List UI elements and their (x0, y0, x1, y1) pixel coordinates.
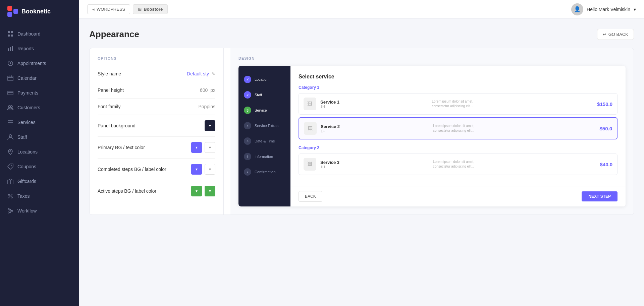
service-3-thumb: 🖼 (304, 158, 316, 171)
user-chevron: ▾ (634, 7, 636, 12)
edit-icon[interactable]: ✎ (212, 71, 215, 76)
svg-point-21 (11, 197, 12, 198)
sidebar-item-dashboard[interactable]: Dashboard (0, 26, 79, 41)
sidebar-item-appointments[interactable]: Appointments (0, 56, 79, 71)
completed-steps-row: Completed steps BG / label color ▾ ▾ (98, 159, 215, 180)
step-info-label: Information (255, 155, 273, 159)
step-staff-circle: ✓ (244, 91, 251, 99)
step-confirmation[interactable]: 7 Confirmation (238, 165, 290, 179)
step-location[interactable]: ✓ Location (238, 72, 290, 86)
svg-rect-12 (8, 91, 13, 95)
sidebar-item-locations[interactable]: Locations (0, 144, 79, 159)
active-steps-text-btn[interactable]: ▾ (205, 186, 215, 196)
preview-next-button[interactable]: NEXT STEP (582, 191, 618, 201)
svg-rect-4 (11, 31, 13, 33)
sidebar-item-workflow-label: Workflow (17, 208, 37, 213)
completed-steps-color-btn[interactable]: ▾ (191, 164, 202, 175)
category-1-label: Category 1 (299, 85, 618, 90)
sidebar-item-services[interactable]: Services (0, 115, 79, 130)
service-3-card[interactable]: 🖼 Service 3 1H Lorem ipsum dolor sit ame… (299, 154, 618, 175)
step-datetime[interactable]: 5 Date & Time (238, 134, 290, 148)
tag-icon (7, 164, 13, 170)
preview-sidebar: ✓ Location ✓ Staff 3 Service 4 (238, 66, 290, 206)
svg-point-16 (10, 150, 11, 152)
svg-rect-8 (10, 47, 11, 51)
gift-icon (7, 178, 13, 184)
panel-height-number: 600 (200, 87, 208, 93)
sidebar-item-calendar-label: Calendar (17, 75, 37, 81)
svg-point-13 (8, 106, 10, 108)
style-name-row: Style name Default sty ✎ (98, 66, 215, 82)
step-service-label: Service (255, 108, 267, 112)
design-panel: DESIGN ✓ Location ✓ Staff 3 (230, 48, 634, 215)
primary-bg-color-btn[interactable]: ▾ (191, 142, 202, 153)
main-area: ◂ WORDPRESS ⊞ Boostore 👤 Hello Mark Velm… (79, 0, 644, 306)
service-1-name: Service 1 (320, 100, 428, 105)
percent-icon (7, 193, 13, 199)
step-datetime-label: Date & Time (255, 139, 275, 143)
boostore-tab[interactable]: ⊞ Boostore (133, 4, 168, 14)
step-confirm-circle: 7 (244, 168, 251, 176)
sidebar-item-appointments-label: Appointments (17, 61, 46, 66)
panel-background-color-btn[interactable]: ▾ (205, 120, 215, 131)
sidebar-item-payments[interactable]: Payments (0, 85, 79, 100)
sidebar-item-workflow[interactable]: Workflow (0, 203, 79, 218)
service-2-name: Service 2 (321, 124, 429, 129)
svg-point-14 (10, 106, 12, 108)
boostore-tab-label: Boostore (144, 7, 163, 12)
sidebar-item-calendar[interactable]: Calendar (0, 71, 79, 85)
service-2-duration: 1H (321, 129, 429, 133)
panel-height-unit: px (210, 87, 215, 93)
font-family-text: Poppins (198, 104, 215, 109)
service-1-price: $150.0 (597, 101, 612, 107)
sidebar-item-customers[interactable]: Customers (0, 100, 79, 115)
completed-steps-text-btn[interactable]: ▾ (205, 164, 215, 175)
step-service-circle: 3 (244, 107, 251, 114)
user-menu[interactable]: 👤 Hello Mark Velmiskin ▾ (571, 3, 636, 15)
preview-main: Select service Category 1 🖼 Service 1 1H (290, 66, 626, 206)
sidebar-item-locations-label: Locations (17, 149, 38, 155)
person-icon (7, 134, 13, 140)
service-2-card[interactable]: 🖼 Service 2 1H Lorem ipsum dolor sit ame… (299, 117, 618, 139)
step-service-extras[interactable]: 4 Service Extras (238, 119, 290, 133)
service-1-card[interactable]: 🖼 Service 1 1H Lorem ipsum dolor sit ame… (299, 93, 618, 115)
style-name-link[interactable]: Default sty (187, 71, 209, 76)
sidebar-item-dashboard-label: Dashboard (17, 31, 41, 37)
primary-text-color-btn[interactable]: ▾ (205, 142, 215, 153)
completed-steps-value: ▾ ▾ (191, 164, 215, 175)
design-section-label: DESIGN (238, 56, 626, 60)
select-service-title: Select service (299, 74, 618, 80)
panel-height-row: Panel height 600 px (98, 82, 215, 99)
step-service[interactable]: 3 Service (238, 103, 290, 117)
wordpress-tab[interactable]: ◂ WORDPRESS (87, 4, 130, 14)
card-icon (7, 90, 13, 96)
step-information[interactable]: 6 Information (238, 149, 290, 164)
sidebar-item-reports[interactable]: Reports (0, 41, 79, 56)
sidebar-item-taxes[interactable]: Taxes (0, 189, 79, 203)
svg-rect-11 (8, 76, 13, 81)
sidebar-item-giftcards[interactable]: Giftcards (0, 174, 79, 189)
active-steps-value: ▾ ▾ (191, 186, 215, 196)
sidebar-item-reports-label: Reports (17, 46, 34, 51)
page-content: Appearance ↩ GO BACK OPTIONS Style name … (79, 19, 644, 306)
svg-rect-2 (13, 9, 18, 14)
design-preview: ✓ Location ✓ Staff 3 Service 4 (238, 66, 626, 206)
sidebar-item-giftcards-label: Giftcards (17, 179, 36, 184)
active-steps-bg-btn[interactable]: ▾ (191, 186, 202, 196)
step-location-label: Location (255, 77, 269, 81)
preview-back-button[interactable]: BACK (299, 191, 322, 202)
sidebar-item-coupons[interactable]: Coupons (0, 159, 79, 174)
font-family-row: Font family Poppins (98, 99, 215, 115)
service-1-desc: Lorem ipsum dolor sit amet,consectetur a… (432, 99, 593, 109)
panel-background-row: Panel background ▾ (98, 115, 215, 137)
step-info-circle: 6 (244, 153, 251, 160)
step-staff[interactable]: ✓ Staff (238, 88, 290, 102)
panel-background-label: Panel background (98, 123, 136, 128)
style-name-label: Style name (98, 71, 121, 76)
sidebar-item-staff[interactable]: Staff (0, 130, 79, 144)
sidebar-nav: Dashboard Reports Appointments Calendar … (0, 23, 79, 222)
go-back-button[interactable]: ↩ GO BACK (597, 29, 634, 40)
step-extras-circle: 4 (244, 122, 251, 129)
svg-point-17 (11, 165, 12, 166)
grid-icon (7, 31, 13, 37)
